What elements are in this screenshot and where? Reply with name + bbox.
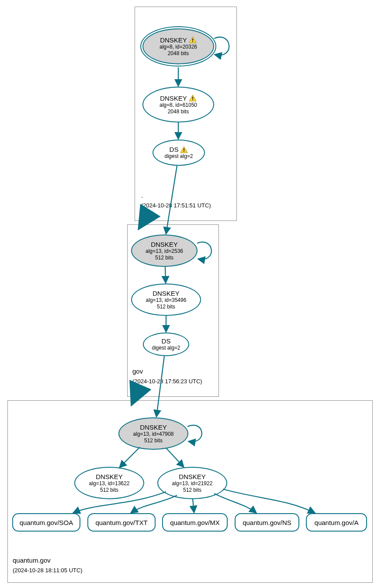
zone-gov-timestamp: (2024-10-28 17:56:23 UTC): [132, 378, 202, 385]
zone-gov-name: gov: [132, 368, 143, 375]
svg-rect-8: [184, 151, 185, 152]
dnskey-label: DNSKEY: [96, 473, 123, 480]
warning-icon: [180, 146, 188, 153]
svg-rect-5: [192, 99, 193, 100]
node-root-zsk-dnskey: DNSKEY alg=8, id=61050 2048 bits: [142, 87, 214, 122]
node-gov-zsk-dnskey: DNSKEY alg=13, id=35496 512 bits: [131, 284, 201, 316]
node-rr-mx: quantum.gov/MX: [162, 513, 228, 532]
node-title: DNSKEY: [140, 424, 167, 431]
node-bits: 512 bits: [183, 487, 201, 494]
dnskey-label: DNSKEY: [179, 473, 206, 480]
node-title: DS: [162, 337, 171, 345]
dnskey-label: DNSKEY: [160, 36, 187, 44]
node-rr-txt: quantum.gov/TXT: [87, 513, 156, 532]
node-title: DNSKEY: [160, 36, 197, 44]
svg-rect-2: [192, 41, 193, 42]
svg-rect-4: [192, 97, 193, 98]
dnskey-label: DNSKEY: [140, 424, 167, 431]
zone-root-name: .: [141, 192, 143, 199]
node-rr-soa: quantum.gov/SOA: [12, 513, 80, 532]
node-gov-ds: DS digest alg=2: [143, 332, 189, 356]
node-digest-alg: digest alg=2: [164, 153, 193, 160]
node-alg-id: alg=8, id=61050: [160, 102, 197, 108]
rr-label: quantum.gov/NS: [243, 519, 291, 526]
node-quantum-zsk2-dnskey: DNSKEY alg=13, id=21922 512 bits: [157, 467, 227, 499]
warning-icon: [189, 36, 197, 43]
node-rr-ns: quantum.gov/NS: [235, 513, 299, 532]
node-rr-a: quantum.gov/A: [306, 513, 367, 532]
zone-quantum-name: quantum.gov: [13, 556, 51, 564]
node-digest-alg: digest alg=2: [152, 345, 180, 351]
node-alg-id: alg=13, id=2536: [146, 248, 183, 255]
node-quantum-zsk1-dnskey: DNSKEY alg=13, id=13622 512 bits: [74, 467, 144, 499]
rr-label: quantum.gov/SOA: [20, 519, 73, 526]
node-bits: 512 bits: [100, 487, 118, 494]
node-title: DNSKEY: [96, 473, 123, 480]
svg-rect-1: [192, 38, 193, 40]
node-root-ds: DS digest alg=2: [153, 140, 205, 166]
dnskey-label: DNSKEY: [151, 241, 178, 248]
rr-label: quantum.gov/MX: [170, 519, 219, 526]
node-alg-id: alg=13, id=21922: [172, 480, 213, 487]
zone-quantum-timestamp: (2024-10-28 18:11:05 UTC): [13, 567, 83, 574]
node-bits: 512 bits: [155, 255, 173, 261]
node-gov-ksk-dnskey: DNSKEY alg=13, id=2536 512 bits: [131, 234, 198, 267]
node-bits: 512 bits: [157, 304, 175, 310]
node-alg-id: alg=13, id=35496: [146, 297, 187, 304]
ds-label: DS: [170, 146, 179, 153]
node-alg-id: alg=13, id=13622: [89, 480, 130, 487]
node-bits: 2048 bits: [168, 108, 189, 115]
ds-label: DS: [162, 337, 171, 345]
node-title: DS: [170, 146, 188, 153]
node-title: DNSKEY: [160, 94, 197, 102]
rr-label: quantum.gov/TXT: [95, 519, 147, 526]
node-title: DNSKEY: [179, 473, 206, 480]
node-alg-id: alg=13, id=47908: [133, 431, 174, 438]
dnskey-label: DNSKEY: [160, 94, 187, 102]
node-bits: 2048 bits: [168, 50, 189, 57]
dnskey-label: DNSKEY: [153, 290, 180, 297]
node-title: DNSKEY: [151, 241, 178, 248]
rr-label: quantum.gov/A: [315, 519, 359, 526]
svg-rect-7: [184, 148, 185, 150]
node-title: DNSKEY: [153, 290, 180, 297]
node-root-ksk-dnskey: DNSKEY alg=8, id=20326 2048 bits: [142, 28, 214, 64]
node-bits: 512 bits: [144, 438, 163, 444]
node-quantum-ksk-dnskey: DNSKEY alg=13, id=47908 512 bits: [118, 417, 188, 450]
zone-root-timestamp: (2024-10-28 17:51:51 UTC): [141, 202, 211, 209]
node-alg-id: alg=8, id=20326: [160, 44, 197, 50]
warning-icon: [189, 94, 197, 102]
